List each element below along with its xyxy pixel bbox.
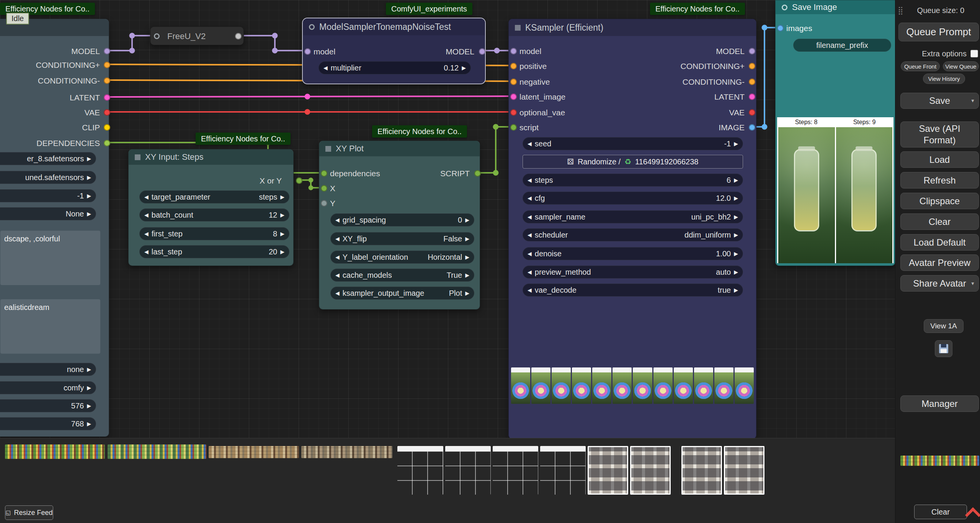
first-step-widget[interactable]: ◀ first_step 8 ▶ [139,227,289,240]
input-slot-script[interactable] [510,124,517,131]
view-1a-button[interactable]: View 1A [924,319,964,333]
extra-options-checkbox[interactable] [970,50,978,57]
collapse-toggle-icon[interactable] [135,154,140,160]
floppy-button[interactable] [935,340,952,357]
preview-method-widget[interactable]: ◀ preview_method auto ▶ [523,266,743,279]
feed-thumbnail[interactable] [108,444,206,459]
feed-thumbnail[interactable] [681,446,722,495]
xy-flip-widget[interactable]: ◀ XY_flip False ▶ [330,232,474,245]
ksampler-preview-strip[interactable] [511,367,754,404]
feed-thumbnail[interactable] [5,444,105,459]
share-avatar-button[interactable]: Share Avatar ▼ [900,275,979,292]
view-history-button[interactable]: View History [923,74,965,84]
increment-arrow-icon[interactable]: ▶ [734,195,738,201]
increment-arrow-icon[interactable]: ▶ [734,269,738,275]
scheduler-widget[interactable]: ◀ scheduler ddim_uniform ▶ [523,228,743,241]
increment-arrow-icon[interactable]: ▶ [734,214,738,220]
preview-image[interactable] [572,367,591,404]
preview-image[interactable] [653,367,673,404]
decrement-arrow-icon[interactable]: ◀ [528,177,532,183]
increment-arrow-icon[interactable]: ▶ [462,65,466,71]
node-titlebar[interactable]: Save Image [776,0,895,14]
decrement-arrow-icon[interactable]: ◀ [528,214,532,220]
increment-arrow-icon[interactable]: ▶ [734,232,738,238]
increment-arrow-icon[interactable]: ▶ [734,251,738,257]
decrement-arrow-icon[interactable]: ◀ [528,232,532,238]
saved-image-preview[interactable] [777,127,893,263]
increment-arrow-icon[interactable]: ▶ [734,141,738,147]
ckpt-name-widget[interactable]: er_8.safetensors ▶ [0,152,96,165]
steps-widget[interactable]: ◀ steps 6 ▶ [523,174,743,187]
output-slot-image[interactable] [749,124,755,131]
decrement-arrow-icon[interactable]: ◀ [528,141,532,147]
input-slot-dependencies[interactable] [321,170,327,177]
cache-models-widget[interactable]: ◀ cache_models True ▶ [330,269,474,282]
view-queue-button[interactable]: View Queue [943,61,979,71]
increment-arrow-icon[interactable]: ▶ [280,212,284,218]
save-image-node[interactable]: Save Image images filename_prefix Steps:… [775,0,895,266]
seed-widget[interactable]: ◀ seed -1 ▶ [523,137,743,150]
output-slot-conditioning-plus[interactable] [104,62,110,68]
clear-feed-button[interactable]: Clear [914,505,967,519]
increment-arrow-icon[interactable]: ▶ [465,272,469,278]
sampler-name-widget[interactable]: ◀ sampler_name uni_pc_bh2 ▶ [523,210,743,223]
increment-arrow-icon[interactable]: ▶ [465,217,469,223]
clipspace-button[interactable]: Clipspace [900,193,979,209]
queue-front-button[interactable]: Queue Front [901,61,940,71]
decrement-arrow-icon[interactable]: ◀ [323,65,328,71]
preview-image[interactable] [552,367,571,404]
ksampler-output-image-widget[interactable]: ◀ ksampler_output_image Plot ▶ [330,287,474,300]
load-button[interactable]: Load [900,151,979,168]
vae-name-widget[interactable]: uned.safetensors ▶ [0,171,96,184]
feed-thumbnail[interactable] [724,446,764,495]
width-widget[interactable]: 576 ▶ [0,399,96,412]
filename-prefix-widget[interactable]: filename_prefix [793,39,891,52]
decrement-arrow-icon[interactable]: ◀ [335,236,340,242]
clip-skip-widget[interactable]: -1 ▶ [0,189,96,202]
output-slot-script[interactable] [474,170,481,177]
collapse-toggle-icon[interactable] [325,146,331,152]
increment-arrow-icon[interactable]: ▶ [280,231,284,237]
input-slot-latent-image[interactable] [510,93,517,100]
increment-arrow-icon[interactable]: ▶ [465,236,469,242]
tonemap-node[interactable]: ModelSamplerTonemapNoiseTest model MODEL… [302,18,486,84]
output-slot-dependencies[interactable] [104,140,110,146]
preview-image[interactable] [674,367,693,404]
positive-prompt-textarea[interactable]: dscape, ,colorful [0,231,100,285]
token-normalization-widget[interactable]: none ▶ [0,363,96,376]
node-titlebar[interactable]: XY Plot [319,141,480,156]
feed-thumbnail[interactable] [397,446,443,495]
preview-image[interactable] [714,367,733,404]
output-slot-xy[interactable] [296,177,302,184]
negative-prompt-textarea[interactable]: ealisticdream [0,299,100,354]
feed-thumbnail[interactable] [301,446,392,458]
decrement-arrow-icon[interactable]: ◀ [144,212,149,218]
chevron-down-icon[interactable]: ▼ [970,281,975,286]
efficient-loader-node[interactable]: MODEL CONDITIONING+ CONDITIONING- LATENT… [0,19,109,437]
y-label-orientation-widget[interactable]: ◀ Y_label_orientation Horizontal ▶ [330,251,474,264]
decrement-arrow-icon[interactable]: ◀ [335,254,340,260]
decrement-arrow-icon[interactable]: ◀ [528,287,532,293]
output-slot-clip[interactable] [104,124,110,131]
preview-image[interactable] [633,367,652,404]
resize-feed-button[interactable]: ◱ Resize Feed [5,505,53,520]
xy-input-steps-node[interactable]: XY Input: Steps X or Y ◀ target_paramete… [128,149,294,266]
increment-arrow-icon[interactable]: ▶ [280,194,284,200]
chevron-up-icon[interactable] [965,507,980,523]
decrement-arrow-icon[interactable]: ◀ [335,290,340,296]
batch-count-widget[interactable]: ◀ batch_count 12 ▶ [139,208,289,221]
output-slot-model[interactable] [749,48,755,54]
input-slot-images[interactable] [777,25,784,31]
input-slot-y[interactable] [321,200,327,207]
decrement-arrow-icon[interactable]: ◀ [144,231,149,237]
chevron-down-icon[interactable]: ▼ [970,98,975,103]
feed-thumbnail[interactable] [540,446,586,495]
node-titlebar[interactable]: XY Input: Steps [129,149,293,165]
increment-arrow-icon[interactable]: ▶ [465,254,469,260]
input-slot-model[interactable] [510,48,517,54]
decrement-arrow-icon[interactable]: ◀ [528,251,532,257]
increment-arrow-icon[interactable]: ▶ [87,385,91,391]
manager-button[interactable]: Manager [900,395,979,412]
comfyui-canvas[interactable]: Efficiency Nodes for Co.. Idle ComfyUI_e… [0,0,980,523]
preview-image[interactable] [735,367,754,404]
